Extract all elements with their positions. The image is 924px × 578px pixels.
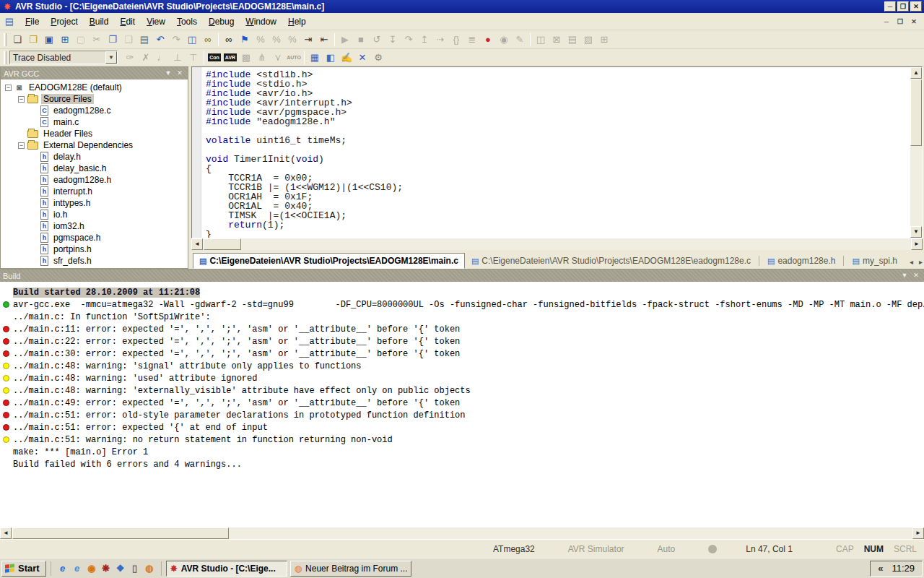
collapse-expander-icon[interactable]: − bbox=[18, 142, 25, 149]
build-and-run-button[interactable]: ◧ bbox=[323, 50, 339, 65]
tree-spacer[interactable] bbox=[31, 212, 38, 218]
avr-mode-button[interactable]: AVR bbox=[222, 50, 238, 65]
tree-item-external-dependencies[interactable]: −External Dependencies bbox=[1, 139, 188, 151]
chevron-down-icon[interactable]: ▼ bbox=[105, 51, 117, 64]
editor-horizontal-scrollbar[interactable]: ◄ ► bbox=[191, 238, 923, 250]
tree-spacer[interactable] bbox=[31, 108, 38, 114]
tree-item-eadogm128e-default-[interactable]: −◙EADOGM128E (default) bbox=[1, 82, 188, 93]
find-button[interactable]: ∞ bbox=[221, 32, 237, 47]
build-output[interactable]: Build started 28.10.2009 at 11:21:08avr-… bbox=[0, 282, 924, 527]
find-in-files-button[interactable]: ∞ bbox=[200, 32, 216, 47]
quicklaunch-media-player[interactable]: ◉ bbox=[84, 561, 99, 576]
close-button[interactable]: ✕ bbox=[910, 1, 922, 12]
menu-item-file[interactable]: File bbox=[19, 14, 45, 29]
tree-item-interrupt-h[interactable]: hinterrupt.h bbox=[1, 186, 188, 197]
scroll-left-icon[interactable]: ◄ bbox=[191, 238, 203, 250]
quicklaunch-mobile-device[interactable]: ▯ bbox=[128, 561, 142, 576]
undo-button[interactable]: ↶ bbox=[152, 32, 168, 47]
tree-item-delay-h[interactable]: hdelay.h bbox=[1, 151, 188, 163]
mdi-close-button[interactable]: ✕ bbox=[908, 17, 920, 27]
console-mode-button[interactable]: Con bbox=[206, 50, 222, 65]
panel-dropdown-icon[interactable]: ▼ bbox=[899, 271, 910, 280]
horizontal-scroll-thumb[interactable] bbox=[204, 238, 241, 250]
quicklaunch-internet-explorer-2[interactable]: e bbox=[70, 561, 84, 576]
scroll-up-icon[interactable]: ▲ bbox=[910, 67, 922, 79]
print-button[interactable]: ▤ bbox=[136, 32, 152, 47]
code-area[interactable]: #include <stdlib.h>#include <stdio.h>#in… bbox=[191, 66, 923, 238]
tree-item-io-h[interactable]: hio.h bbox=[1, 209, 188, 220]
menu-item-help[interactable]: Help bbox=[282, 14, 312, 29]
tree-spacer[interactable] bbox=[31, 223, 38, 230]
restore-button[interactable]: ❐ bbox=[897, 1, 909, 12]
save-all-button[interactable]: ⊞ bbox=[57, 32, 73, 47]
menu-item-window[interactable]: Window bbox=[240, 14, 282, 29]
quicklaunch-firefox[interactable]: ◍ bbox=[142, 561, 157, 576]
start-button[interactable]: Start bbox=[1, 561, 46, 577]
menu-item-edit[interactable]: Edit bbox=[114, 14, 141, 29]
panel-close-icon[interactable]: ✕ bbox=[911, 271, 921, 280]
panel-dropdown-icon[interactable]: ▼ bbox=[163, 69, 173, 78]
scroll-right-icon[interactable]: ► bbox=[911, 238, 923, 250]
editor-vertical-scrollbar[interactable]: ▲ ▼ bbox=[910, 67, 922, 238]
tree-item-main-c[interactable]: Cmain.c bbox=[1, 116, 188, 128]
tree-spacer[interactable] bbox=[31, 165, 38, 172]
project-options-button[interactable]: ⚙ bbox=[370, 50, 386, 65]
build-horizontal-scrollbar[interactable]: ◄ ► bbox=[0, 527, 924, 539]
menu-item-project[interactable]: Project bbox=[45, 14, 83, 29]
tree-item-pgmspace-h[interactable]: hpgmspace.h bbox=[1, 232, 188, 243]
tree-spacer[interactable] bbox=[31, 177, 38, 184]
tree-spacer[interactable] bbox=[31, 200, 38, 207]
horizontal-scroll-thumb[interactable] bbox=[12, 527, 229, 539]
tray-chevron-icon[interactable]: « bbox=[878, 563, 883, 574]
build-button[interactable]: ▦ bbox=[307, 50, 323, 65]
quicklaunch-network[interactable]: ❖ bbox=[113, 561, 128, 576]
panel-close-icon[interactable]: ✕ bbox=[175, 69, 185, 78]
menu-item-view[interactable]: View bbox=[141, 14, 171, 29]
tree-item-header-files[interactable]: Header Files bbox=[1, 128, 188, 139]
tree-spacer[interactable] bbox=[31, 258, 38, 264]
tab-scroll-left-icon[interactable]: ◂ bbox=[910, 258, 913, 266]
toggle-breakpoint-button[interactable]: ● bbox=[480, 32, 496, 47]
tree-item-sfr-defs-h[interactable]: hsfr_defs.h bbox=[1, 255, 188, 267]
quicklaunch-internet-explorer[interactable]: e bbox=[56, 561, 70, 576]
tree-item-inttypes-h[interactable]: hinttypes.h bbox=[1, 197, 188, 209]
tree-item-eadogm128e-h[interactable]: headogm128e.h bbox=[1, 174, 188, 186]
tree-spacer[interactable] bbox=[18, 131, 25, 137]
editor-tab-0[interactable]: ▤C:\EigeneDateien\AVR Studio\Projects\EA… bbox=[193, 253, 465, 269]
collapse-expander-icon[interactable]: − bbox=[5, 85, 12, 91]
mdi-restore-button[interactable]: ❐ bbox=[894, 17, 906, 27]
indent-button[interactable]: ⇥ bbox=[300, 32, 316, 47]
compile-button[interactable]: ✍ bbox=[339, 50, 354, 65]
tree-spacer[interactable] bbox=[31, 189, 38, 195]
bookmark-button[interactable]: ⚑ bbox=[237, 32, 253, 47]
clean-button[interactable]: ✕ bbox=[354, 50, 370, 65]
tree-item-iom32-h[interactable]: hiom32.h bbox=[1, 220, 188, 232]
editor-tab-2[interactable]: ▤eadogm128e.h bbox=[761, 253, 842, 269]
task-button-1[interactable]: ◍Neuer Beitrag im Forum ... bbox=[290, 561, 411, 577]
tree-spacer[interactable] bbox=[31, 235, 38, 241]
quicklaunch-avr-tool[interactable]: ❋ bbox=[99, 561, 113, 576]
collapse-expander-icon[interactable]: − bbox=[18, 96, 25, 103]
tree-spacer[interactable] bbox=[31, 154, 38, 160]
menu-item-debug[interactable]: Debug bbox=[203, 14, 240, 29]
open-file-button[interactable]: ❒ bbox=[25, 32, 41, 47]
scroll-left-icon[interactable]: ◄ bbox=[0, 527, 12, 539]
outdent-button[interactable]: ⇤ bbox=[316, 32, 332, 47]
scroll-right-icon[interactable]: ► bbox=[912, 527, 924, 539]
task-button-0[interactable]: ✸AVR Studio - [C:\Eige... bbox=[166, 561, 287, 577]
vertical-scroll-thumb[interactable] bbox=[910, 79, 922, 146]
editor-tab-1[interactable]: ▤C:\EigeneDateien\AVR Studio\Projects\EA… bbox=[465, 253, 757, 269]
menu-item-tools[interactable]: Tools bbox=[171, 14, 203, 29]
tree-spacer[interactable] bbox=[31, 119, 38, 126]
tree-item-portpins-h[interactable]: hportpins.h bbox=[1, 243, 188, 255]
code-text[interactable]: #include <stdlib.h>#include <stdio.h>#in… bbox=[206, 70, 910, 238]
tree-spacer[interactable] bbox=[31, 246, 38, 253]
tab-scroll-right-icon[interactable]: ▸ bbox=[919, 258, 923, 266]
new-file-button[interactable]: ❏ bbox=[9, 32, 25, 47]
minimize-button[interactable]: ─ bbox=[884, 1, 896, 12]
tree-item-source-files[interactable]: −Source Files bbox=[1, 93, 188, 105]
menu-item-build[interactable]: Build bbox=[84, 14, 115, 29]
scroll-down-icon[interactable]: ▼ bbox=[910, 226, 922, 238]
trace-combobox[interactable]: Trace Disabled ▼ bbox=[9, 51, 118, 64]
cascade-windows-button[interactable]: ◫ bbox=[184, 32, 200, 47]
